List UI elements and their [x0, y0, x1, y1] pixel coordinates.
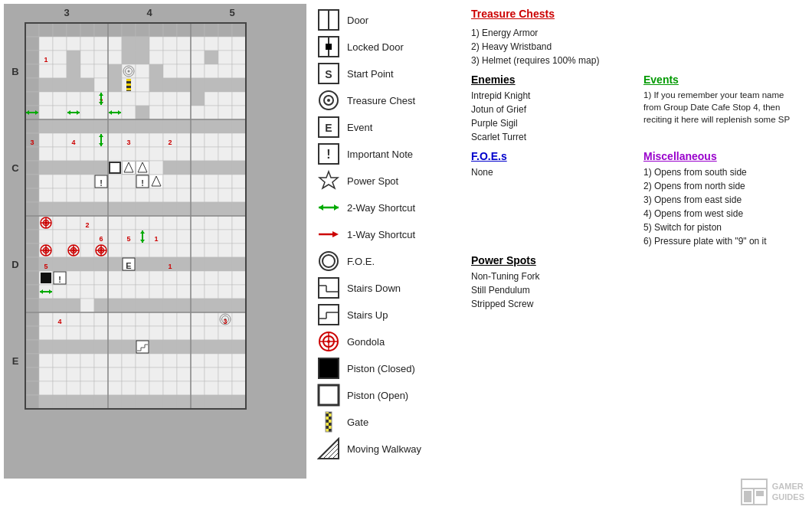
- main-container: Door Locked Door S Start Point: [0, 0, 812, 513]
- treasure-chests-title: Treasure Chests: [471, 8, 801, 20]
- start-point-icon: S: [316, 61, 341, 86]
- legend-gate: Gate: [316, 410, 457, 434]
- gamer-guides-logo: GAMERGUIDES: [741, 479, 804, 505]
- dungeon-map-canvas: [4, 4, 306, 479]
- misc-items: 1) Opens from south side 2) Opens from n…: [643, 165, 801, 248]
- foes-section: F.O.E.s None: [471, 150, 628, 248]
- legend-start-point: S Start Point: [316, 61, 457, 86]
- svg-point-34: [327, 340, 330, 343]
- legend-power-spot: Power Spot: [316, 168, 457, 193]
- legend-stairs-up: Stairs Up: [316, 302, 457, 327]
- important-note-label: Important Note: [347, 149, 413, 160]
- piston-open-icon: [316, 383, 341, 407]
- svg-rect-26: [319, 305, 339, 325]
- events-items: 1) If you remember your team name from G…: [643, 89, 801, 126]
- legend-door: Door: [316, 8, 457, 32]
- locked-door-icon: [316, 34, 341, 59]
- stairs-down-icon: [316, 276, 341, 300]
- legend-foe: F.O.E.: [316, 249, 457, 273]
- event-icon: E: [316, 115, 341, 139]
- enemies-section: Enemies Intrepid Knight Jotun of Grief P…: [471, 74, 628, 144]
- legend-moving-walkway: Moving Walkway: [316, 436, 457, 461]
- legend-important-note: ! Important Note: [316, 142, 457, 166]
- treasure-chest-icon: [316, 88, 341, 113]
- svg-rect-37: [326, 412, 332, 432]
- gondola-label: Gondola: [347, 336, 385, 348]
- svg-marker-16: [334, 204, 339, 211]
- foes-items: None: [471, 165, 628, 179]
- svg-text:S: S: [325, 68, 332, 80]
- foe-label: F.O.E.: [347, 256, 375, 267]
- stairs-up-icon: [316, 302, 341, 327]
- svg-rect-35: [319, 358, 339, 378]
- legend-event: E Event: [316, 115, 457, 139]
- two-way-shortcut-icon: [316, 195, 341, 220]
- map-section: [4, 4, 310, 509]
- foe-icon: [316, 249, 341, 273]
- svg-rect-48: [744, 491, 751, 502]
- misc-section: Miscellaneous 1) Opens from south side 2…: [643, 150, 801, 248]
- svg-text:!: !: [326, 148, 330, 161]
- enemies-events-row: Enemies Intrepid Knight Jotun of Grief P…: [471, 74, 801, 144]
- important-note-icon: !: [316, 142, 341, 166]
- svg-rect-4: [326, 44, 332, 50]
- svg-point-9: [327, 99, 330, 102]
- moving-walkway-icon: [316, 436, 341, 461]
- treasure-chests-section: Treasure Chests 1) Energy Armor 2) Heavy…: [471, 8, 801, 67]
- legend-stairs-down: Stairs Down: [316, 276, 457, 300]
- legend-piston-closed: Piston (Closed): [316, 356, 457, 381]
- gate-label: Gate: [347, 417, 368, 428]
- power-spot-label: Power Spot: [347, 175, 398, 187]
- foes-title: F.O.E.s: [471, 150, 628, 162]
- misc-title: Miscellaneous: [643, 150, 801, 162]
- enemies-title: Enemies: [471, 74, 628, 86]
- power-spots-section: Power Spots Non-Tuning Fork Still Pendul…: [471, 254, 801, 311]
- legend-section: Door Locked Door S Start Point: [310, 4, 463, 509]
- one-way-shortcut-icon: [316, 222, 341, 247]
- power-spots-title: Power Spots: [471, 254, 801, 266]
- start-point-label: Start Point: [347, 68, 394, 80]
- door-label: Door: [347, 15, 368, 26]
- svg-rect-36: [319, 385, 339, 405]
- legend-piston-open: Piston (Open): [316, 383, 457, 407]
- door-icon: [316, 8, 341, 32]
- legend-two-way-shortcut: 2-Way Shortcut: [316, 195, 457, 220]
- piston-closed-label: Piston (Closed): [347, 363, 415, 374]
- svg-marker-17: [319, 204, 323, 211]
- treasure-chest-label: Treasure Chest: [347, 95, 415, 106]
- piston-closed-icon: [316, 356, 341, 381]
- gate-icon: [316, 410, 341, 434]
- piston-open-label: Piston (Open): [347, 390, 408, 401]
- treasure-chests-items: 1) Energy Armor 2) Heavy Wristband 3) He…: [471, 26, 801, 67]
- locked-door-label: Locked Door: [347, 41, 404, 53]
- event-label: Event: [347, 122, 372, 133]
- svg-rect-22: [319, 278, 339, 298]
- stairs-up-label: Stairs Up: [347, 309, 388, 321]
- svg-marker-14: [319, 172, 338, 188]
- legend-gondola: Gondola: [316, 329, 457, 354]
- svg-marker-19: [332, 231, 339, 237]
- gondola-icon: [316, 329, 341, 354]
- two-way-shortcut-label: 2-Way Shortcut: [347, 202, 415, 214]
- legend-treasure-chest: Treasure Chest: [316, 88, 457, 113]
- power-spot-icon: [316, 168, 341, 193]
- events-title: Events: [643, 74, 801, 86]
- enemies-items: Intrepid Knight Jotun of Grief Purple Si…: [471, 89, 628, 144]
- svg-rect-49: [756, 491, 764, 496]
- one-way-shortcut-label: 1-Way Shortcut: [347, 229, 415, 240]
- events-section: Events 1) If you remember your team name…: [643, 74, 801, 144]
- svg-text:E: E: [325, 122, 332, 134]
- moving-walkway-label: Moving Walkway: [347, 443, 421, 455]
- svg-rect-1: [319, 10, 329, 30]
- info-section: Treasure Chests 1) Energy Armor 2) Heavy…: [463, 4, 808, 509]
- stairs-down-label: Stairs Down: [347, 283, 401, 294]
- legend-one-way-shortcut: 1-Way Shortcut: [316, 222, 457, 247]
- foes-powerspot-row: F.O.E.s None Miscellaneous 1) Opens from…: [471, 150, 801, 248]
- legend-locked-door: Locked Door: [316, 34, 457, 59]
- power-spots-items: Non-Tuning Fork Still Pendulum Stripped …: [471, 270, 801, 311]
